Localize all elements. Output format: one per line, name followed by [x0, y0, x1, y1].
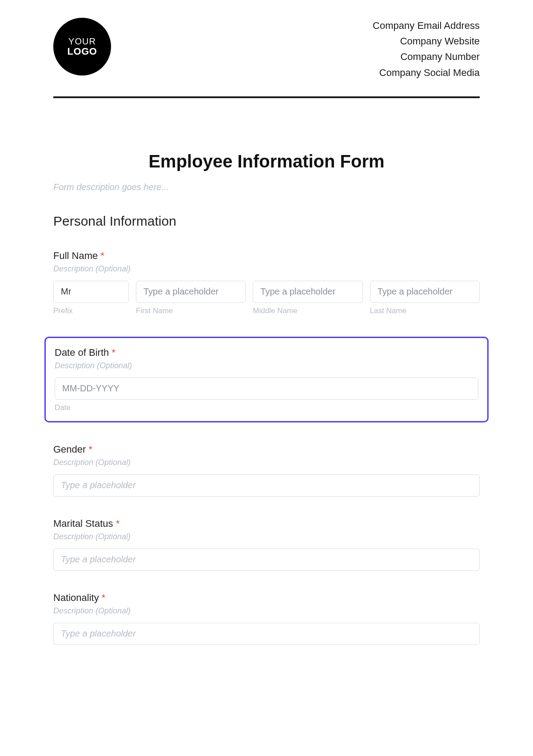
full-name-description[interactable]: Description (Optional) — [53, 264, 480, 274]
full-name-label: Full Name * — [53, 250, 480, 262]
form-title: Employee Information Form — [53, 151, 480, 171]
middle-name-input[interactable] — [253, 281, 362, 303]
section-title: Personal Information — [53, 214, 480, 229]
nationality-label-text: Nationality — [53, 592, 99, 603]
dob-description[interactable]: Description (Optional) — [55, 361, 478, 370]
required-mark: * — [116, 518, 120, 529]
gender-label-text: Gender — [53, 444, 86, 455]
first-name-sublabel: First Name — [136, 306, 246, 315]
required-mark: * — [102, 592, 106, 603]
last-name-sublabel: Last Name — [370, 306, 480, 315]
nationality-description[interactable]: Description (Optional) — [53, 606, 480, 616]
required-mark: * — [111, 347, 115, 358]
gender-description[interactable]: Description (Optional) — [53, 458, 480, 467]
marital-label: Marital Status * — [53, 518, 480, 529]
field-full-name: Full Name * Description (Optional) Prefi… — [53, 250, 480, 315]
logo-placeholder: YOUR LOGO — [53, 18, 111, 76]
nationality-label: Nationality * — [53, 592, 480, 604]
field-date-of-birth[interactable]: Date of Birth * Description (Optional) D… — [44, 337, 489, 422]
marital-description[interactable]: Description (Optional) — [53, 532, 480, 541]
company-email: Company Email Address — [373, 18, 480, 33]
form-description[interactable]: Form description goes here... — [53, 182, 480, 192]
first-name-input[interactable] — [136, 281, 246, 303]
gender-input[interactable] — [53, 474, 480, 497]
dob-label: Date of Birth * — [55, 347, 478, 358]
header: YOUR LOGO Company Email Address Company … — [53, 18, 480, 98]
field-gender: Gender * Description (Optional) — [53, 444, 480, 497]
company-social: Company Social Media — [373, 65, 480, 80]
prefix-input[interactable] — [53, 281, 129, 303]
company-number: Company Number — [373, 49, 480, 64]
logo-text-line1: YOUR — [68, 36, 96, 46]
company-website: Company Website — [373, 33, 480, 49]
full-name-label-text: Full Name — [53, 250, 98, 261]
nationality-input[interactable] — [53, 623, 480, 645]
required-mark: * — [100, 250, 104, 261]
marital-label-text: Marital Status — [53, 518, 113, 529]
marital-input[interactable] — [53, 549, 480, 571]
field-marital-status: Marital Status * Description (Optional) — [53, 518, 480, 571]
field-nationality: Nationality * Description (Optional) — [53, 592, 480, 645]
prefix-sublabel: Prefix — [53, 306, 129, 315]
dob-label-text: Date of Birth — [55, 347, 109, 358]
last-name-input[interactable] — [370, 281, 480, 303]
middle-name-sublabel: Middle Name — [253, 306, 362, 315]
dob-input[interactable] — [55, 378, 478, 400]
gender-label: Gender * — [53, 444, 480, 455]
dob-sublabel: Date — [55, 403, 478, 412]
company-info: Company Email Address Company Website Co… — [373, 18, 480, 80]
required-mark: * — [89, 444, 93, 455]
logo-text-line2: LOGO — [68, 46, 97, 57]
